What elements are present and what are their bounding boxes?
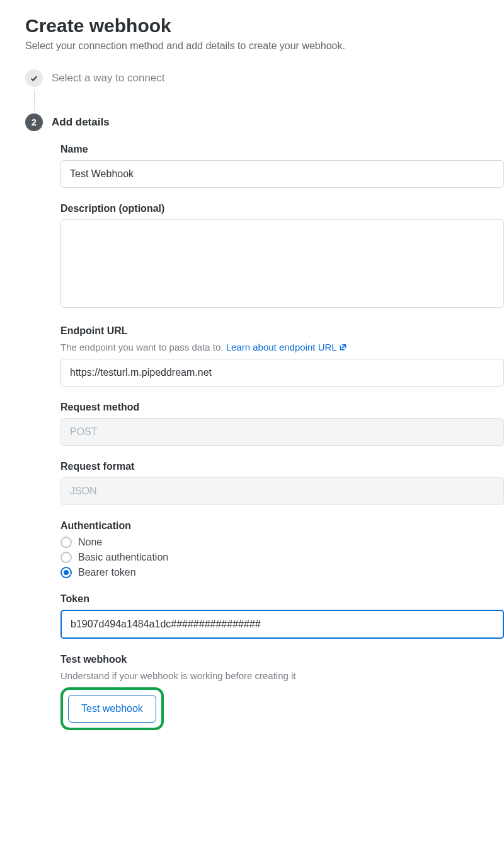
- auth-option-none[interactable]: None: [60, 537, 504, 548]
- endpoint-label: Endpoint URL: [60, 325, 504, 337]
- token-field-group: Token: [60, 593, 504, 639]
- auth-option-basic[interactable]: Basic authentication: [60, 552, 504, 563]
- step-details-label: Add details: [52, 116, 110, 129]
- name-input[interactable]: [60, 160, 504, 188]
- test-webhook-button[interactable]: Test webhook: [68, 695, 156, 723]
- endpoint-learn-link[interactable]: Learn about endpoint URL: [226, 342, 348, 352]
- test-webhook-group: Test webhook Understand if your webhook …: [60, 654, 504, 730]
- request-format-label: Request format: [60, 461, 504, 472]
- endpoint-help: The endpoint you want to pass data to. L…: [60, 342, 504, 352]
- request-method-value: POST: [60, 418, 504, 446]
- auth-none-label: None: [78, 537, 102, 548]
- endpoint-help-text: The endpoint you want to pass data to.: [60, 342, 226, 352]
- name-field-group: Name: [60, 144, 504, 188]
- radio-selected-icon: [60, 567, 72, 578]
- step-details: 2 Add details: [25, 113, 504, 131]
- test-webhook-help: Understand if your webhook is working be…: [60, 670, 504, 681]
- token-label: Token: [60, 593, 504, 605]
- authentication-label: Authentication: [60, 520, 504, 532]
- step-connect-label: Select a way to connect: [52, 72, 165, 84]
- request-method-field-group: Request method POST: [60, 402, 504, 446]
- request-method-label: Request method: [60, 402, 504, 413]
- page-title: Create webhook: [25, 15, 504, 37]
- description-input[interactable]: [60, 219, 504, 308]
- external-link-icon: [339, 343, 347, 351]
- form-area: Name Description (optional) Endpoint URL…: [60, 144, 504, 730]
- check-icon: [25, 69, 43, 87]
- step-connector: [34, 90, 35, 111]
- auth-bearer-label: Bearer token: [78, 567, 136, 578]
- step-number-badge: 2: [25, 113, 43, 131]
- endpoint-input[interactable]: [60, 359, 504, 387]
- auth-option-bearer[interactable]: Bearer token: [60, 567, 504, 578]
- page-subtitle: Select your connection method and add de…: [25, 40, 504, 52]
- radio-icon: [60, 537, 72, 548]
- endpoint-field-group: Endpoint URL The endpoint you want to pa…: [60, 325, 504, 387]
- step-connect[interactable]: Select a way to connect: [25, 69, 504, 87]
- radio-icon: [60, 552, 72, 563]
- token-input[interactable]: [60, 610, 504, 639]
- name-label: Name: [60, 144, 504, 155]
- authentication-field-group: Authentication None Basic authentication…: [60, 520, 504, 578]
- description-field-group: Description (optional): [60, 203, 504, 310]
- test-button-highlight: Test webhook: [60, 687, 164, 730]
- request-format-value: JSON: [60, 477, 504, 505]
- description-label: Description (optional): [60, 203, 504, 214]
- stepper: Select a way to connect 2 Add details: [25, 69, 504, 131]
- request-format-field-group: Request format JSON: [60, 461, 504, 505]
- auth-basic-label: Basic authentication: [78, 552, 168, 563]
- test-webhook-label: Test webhook: [60, 654, 504, 665]
